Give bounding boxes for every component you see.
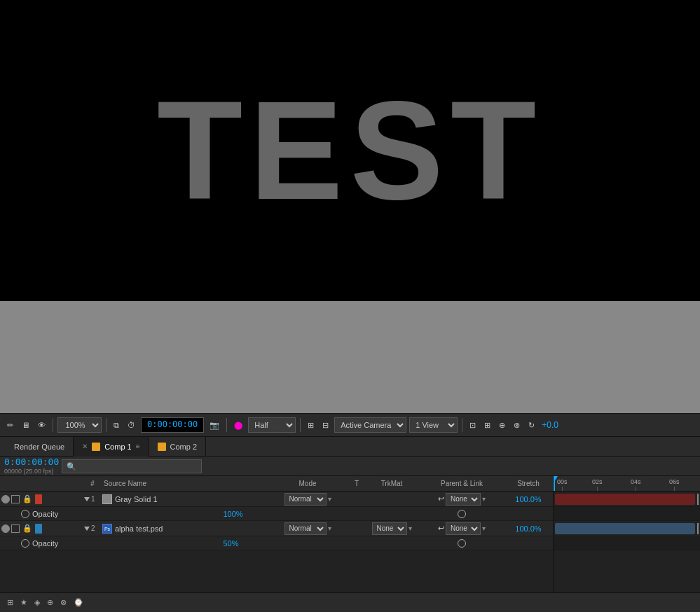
zoom-select[interactable]: 100% 50% 200% [57, 417, 102, 433]
layer-2-parent-icon: ↩ [438, 524, 444, 533]
view-select[interactable]: 1 View 2 Views 4 Views [409, 417, 458, 433]
layer-1-parent-arrow: ▾ [482, 495, 486, 503]
layer-2-trkmat-select[interactable]: None [372, 522, 407, 535]
layer-1-expand[interactable] [84, 497, 90, 501]
layer-2-expand[interactable] [84, 527, 90, 531]
layer-area: # Source Name Mode T TrkMat Parent & Lin… [0, 476, 700, 592]
timeline-tracks: 00s 02s 04s 06s [554, 476, 700, 592]
toolbar-icon3-btn[interactable]: ⊕ [496, 419, 508, 431]
toolbar-icon4-btn[interactable]: ⊗ [511, 419, 523, 431]
timeline-controls: 0:00:00:00 00000 (25.00 fps) [0, 457, 700, 476]
tab-render-queue[interactable]: Render Queue [6, 437, 74, 457]
layer-2-parent: ↩ None ▾ [420, 522, 504, 535]
bottom-icon-3[interactable]: ◈ [33, 597, 41, 608]
toolbar-refresh-btn[interactable]: ↻ [526, 419, 537, 431]
toolbar-monitor-btn[interactable]: 🖥 [19, 419, 32, 431]
ruler-label-3: 06s [669, 478, 680, 485]
col-mode-header: Mode [266, 480, 350, 487]
layer-2-cycle-icon[interactable] [21, 539, 29, 548]
ruler-tick-0 [562, 487, 563, 491]
time-display[interactable]: 0:00:00:00 [141, 417, 204, 433]
layer-1-mode-select[interactable]: Normal Multiply Screen [284, 493, 327, 506]
bottom-icon-4[interactable]: ⊕ [46, 597, 55, 608]
layer-2-parent-arrow: ▾ [482, 524, 486, 532]
layer-panel: # Source Name Mode T TrkMat Parent & Lin… [0, 476, 554, 592]
track-row-1 [554, 492, 700, 507]
toolbar: ✏ 🖥 👁 100% 50% 200% ⧉ ⏱ 0:00:00:00 📷 ⬤ H… [0, 413, 700, 437]
toolbar-divider-3 [226, 418, 227, 432]
layer-2-trkmat-arrow: ▾ [409, 524, 412, 532]
layer-2-lock[interactable]: 🔒 [21, 523, 34, 534]
toolbar-crop-btn[interactable]: ⊟ [320, 419, 331, 431]
timeline-bottom: ⊞ ★ ◈ ⊕ ⊗ ⌚ [0, 592, 700, 612]
toolbar-eye-btn[interactable]: 👁 [35, 419, 48, 431]
layer-1-lock[interactable]: 🔒 [21, 494, 34, 504]
layer-1-cycle-icon[interactable] [21, 510, 29, 518]
layer-2-opacity-link[interactable] [458, 539, 466, 548]
quality-select[interactable]: Half Full Quarter [248, 417, 296, 433]
toolbar-clock-btn[interactable]: ⏱ [125, 419, 138, 431]
search-input[interactable] [62, 459, 202, 473]
toolbar-camera-btn[interactable]: 📷 [207, 419, 222, 431]
tab-comp1-close[interactable]: ✕ [82, 443, 88, 450]
layer-1-visibility[interactable] [1, 495, 10, 503]
ruler: 00s 02s 04s 06s [554, 476, 700, 492]
layer-1-parent-select[interactable]: None [446, 493, 481, 506]
preview-gray-region [0, 301, 700, 413]
toolbar-icon1-btn[interactable]: ⊡ [467, 419, 479, 431]
col-stretch-header: Stretch [504, 480, 553, 487]
layer-1-color [35, 494, 42, 504]
camera-select[interactable]: Active Camera Front Top [334, 417, 406, 433]
layer-2-mode-select[interactable]: Normal Multiply Screen [284, 522, 327, 535]
layer-2-parent-select[interactable]: None [446, 522, 481, 535]
time-sub: 00000 (25.00 fps) [4, 468, 59, 475]
col-parent-header: Parent & Link [420, 480, 504, 487]
tab-render-queue-label: Render Queue [14, 443, 64, 451]
toolbar-grid-btn[interactable]: ⊞ [305, 419, 317, 431]
tab-comp1-menu[interactable]: ≡ [136, 443, 140, 450]
bottom-icon-5[interactable]: ⊗ [59, 597, 68, 608]
layer-2-name-text: alpha test.psd [115, 524, 163, 533]
layer-2-visibility[interactable] [1, 524, 10, 533]
layer-2-trkmat: None ▾ [364, 522, 420, 535]
ruler-label-0: 00s [557, 478, 568, 485]
track-bar-1-end [697, 494, 699, 505]
layer-1-opacity-label: Opacity [32, 510, 58, 518]
toolbar-icon2-btn[interactable]: ⊞ [481, 419, 493, 431]
ruler-label-1: 02s [592, 478, 603, 485]
toolbar-divider-2 [106, 418, 107, 432]
layer-2-opacity-val[interactable]: 50% [224, 539, 239, 548]
layer-1-sub-indent: Opacity [0, 510, 218, 518]
layer-2-solo[interactable] [11, 524, 20, 533]
preview-text: TEST [157, 70, 543, 231]
toolbar-frame-btn[interactable]: ⧉ [111, 419, 122, 431]
layer-1-solo[interactable] [11, 495, 20, 503]
layer-2-name: Ps alpha test.psd [101, 524, 266, 534]
tab-bar: Render Queue ✕ Comp 1 ≡ Comp 2 [0, 437, 700, 457]
bottom-icon-1[interactable]: ⊞ [6, 597, 15, 608]
layer-1-opacity-val[interactable]: 100% [224, 510, 243, 518]
col-t-header: T [350, 480, 364, 487]
bottom-icon-2[interactable]: ★ [19, 597, 29, 608]
layer-1-name: Gray Solid 1 [101, 494, 266, 504]
layer-row-1[interactable]: 🔒 1 Gray Solid 1 [0, 492, 553, 507]
col-num-header: # [84, 480, 101, 487]
track-sub-row-2 [554, 536, 700, 550]
track-row-2 [554, 521, 700, 536]
toolbar-color-btn[interactable]: ⬤ [231, 419, 245, 431]
toolbar-pencil-btn[interactable]: ✏ [4, 419, 16, 431]
layer-1-controls: 🔒 [0, 494, 84, 504]
tab-comp2[interactable]: Comp 2 [149, 437, 207, 457]
track-bar-2-end [697, 523, 699, 534]
layer-1-name-text: Gray Solid 1 [115, 495, 158, 503]
time-code[interactable]: 0:00:00:00 [4, 457, 59, 468]
playhead[interactable] [554, 476, 555, 491]
layer-1-parent-icon: ↩ [438, 494, 444, 503]
layer-1-stretch: 100.0% [504, 495, 553, 503]
tab-comp1[interactable]: ✕ Comp 1 ≡ [74, 437, 149, 457]
toolbar-divider-5 [462, 418, 462, 432]
layer-2-opacity-label: Opacity [32, 539, 58, 548]
layer-1-opacity-link[interactable] [458, 510, 466, 518]
layer-row-2[interactable]: 🔒 2 Ps alpha test.psd [0, 521, 553, 536]
bottom-icon-6[interactable]: ⌚ [72, 597, 85, 608]
